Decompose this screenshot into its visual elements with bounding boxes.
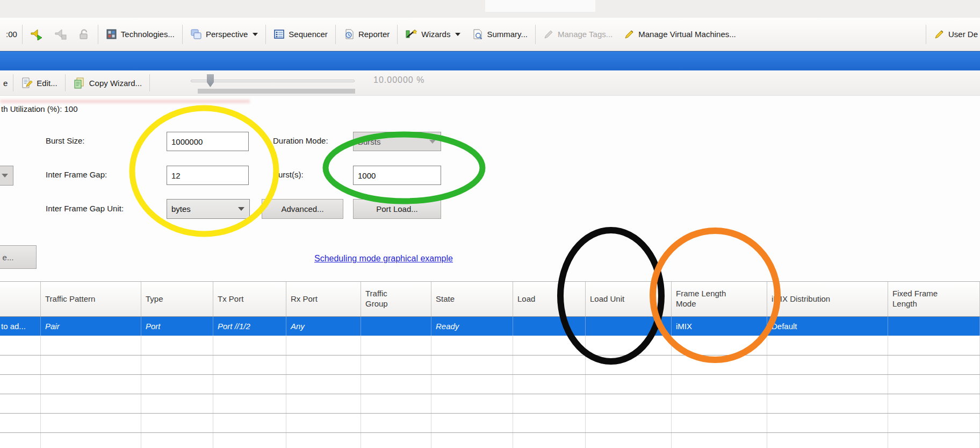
clipped-left-button-label: e... (3, 253, 14, 262)
sequencer-label: Sequencer (289, 30, 328, 39)
burst-size-label: Burst Size: (46, 136, 85, 145)
table-row-empty[interactable] (0, 355, 980, 375)
copy-wizard-icon (73, 77, 85, 89)
pencil-icon (934, 29, 945, 40)
wizards-button[interactable]: Wizards (401, 26, 464, 42)
cell-frame-length-mode[interactable]: iMIX (672, 317, 767, 336)
top-strip-panel (485, 0, 595, 12)
empty-cell (361, 414, 431, 432)
empty-cell (41, 355, 141, 374)
table-header-row: Traffic Pattern Type Tx Port Rx Port Tra… (0, 281, 980, 317)
technologies-icon (106, 29, 117, 40)
edit-button[interactable]: Edit... (17, 74, 61, 91)
column-header-load[interactable]: Load (513, 282, 586, 316)
column-header-rx-port[interactable]: Rx Port (286, 282, 361, 316)
empty-cell (513, 336, 586, 355)
unlock-button[interactable] (75, 26, 94, 43)
empty-cell (361, 355, 431, 374)
ifg-unit-label: Inter Frame Gap Unit: (46, 204, 124, 213)
perspective-icon (190, 29, 202, 40)
ifg-unit-value: bytes (171, 204, 191, 214)
cell-load-unit[interactable] (586, 317, 672, 336)
column-header-imix-distribution[interactable]: iMIX Distribution (767, 282, 888, 316)
cell-fixed-frame-length[interactable] (888, 317, 980, 336)
bursts-label: Burst(s): (273, 170, 304, 179)
clipped-combo[interactable] (0, 166, 13, 186)
user-defined-button[interactable]: User De (930, 26, 978, 42)
port-load-button[interactable]: Port Load... (353, 199, 441, 219)
main-toolbar: :00 Technologies... Perspe (0, 18, 980, 51)
perspective-label: Perspective (206, 30, 248, 39)
advanced-button[interactable]: Advanced... (262, 199, 343, 219)
table-row-empty[interactable] (0, 375, 980, 394)
column-header-frame-length-mode[interactable]: Frame Length Mode (672, 282, 767, 316)
empty-cell (41, 433, 141, 448)
sequencer-button[interactable]: Sequencer (270, 26, 332, 42)
load-percent-value: 10.00000 % (373, 75, 424, 85)
table-empty-rows (0, 336, 980, 448)
table-row-empty[interactable] (0, 336, 980, 355)
port-load-button-label: Port Load... (376, 204, 418, 214)
empty-cell (213, 355, 286, 374)
empty-cell (361, 336, 431, 355)
technologies-button[interactable]: Technologies... (102, 26, 178, 42)
column-header-type[interactable]: Type (141, 282, 213, 316)
announce-button[interactable] (26, 26, 47, 43)
copy-wizard-button[interactable]: Copy Wizard... (69, 74, 146, 91)
duration-mode-select[interactable]: Bursts (353, 132, 441, 151)
cell-type[interactable]: Port (141, 317, 213, 336)
column-header-blank[interactable] (0, 282, 41, 316)
table-row-empty[interactable] (0, 414, 980, 433)
inter-frame-gap-input[interactable] (167, 166, 249, 185)
empty-cell (286, 355, 361, 374)
clipped-warning-text (0, 99, 250, 103)
ifg-unit-select[interactable]: bytes (167, 199, 250, 219)
empty-cell (361, 394, 431, 413)
table-row-selected[interactable]: to ad... Pair Port Port //1/2 Any Ready … (0, 317, 980, 336)
cell-rx-port[interactable]: Any (286, 317, 361, 336)
column-header-fixed-frame-length[interactable]: Fixed Frame Length (888, 282, 980, 316)
traffic-table: Traffic Pattern Type Tx Port Rx Port Tra… (0, 281, 980, 448)
cell-state[interactable]: Ready (431, 317, 513, 336)
column-header-traffic-pattern[interactable]: Traffic Pattern (41, 282, 141, 316)
scheduling-example-link[interactable]: Scheduling mode graphical example (314, 254, 453, 264)
empty-cell (286, 433, 361, 448)
reporter-button[interactable]: Reporter (340, 26, 393, 42)
cell-traffic-pattern[interactable]: Pair (41, 317, 141, 336)
bursts-input[interactable] (353, 166, 441, 185)
empty-cell (767, 336, 888, 355)
manage-virtual-machines-button[interactable]: Manage Virtual Machines... (620, 26, 740, 42)
column-header-traffic-group[interactable]: Traffic Group (361, 282, 431, 316)
column-header-tx-port[interactable]: Tx Port (213, 282, 286, 316)
table-row-empty[interactable] (0, 394, 980, 414)
empty-cell (513, 433, 586, 448)
mute-button[interactable] (51, 26, 71, 43)
selection-banner (0, 51, 980, 70)
cell-tx-port[interactable]: Port //1/2 (213, 317, 286, 336)
empty-cell (767, 394, 888, 413)
clipped-left-button[interactable]: e... (0, 245, 37, 269)
cell-name[interactable]: to ad... (0, 317, 41, 336)
manage-tags-label: Manage Tags... (558, 30, 612, 39)
summary-button[interactable]: Summary... (468, 26, 531, 42)
table-row-empty[interactable] (0, 433, 980, 448)
app-window: { "colors": { "annotation_yellow": "#fce… (0, 0, 980, 448)
empty-cell (0, 414, 41, 432)
empty-cell (586, 336, 672, 355)
toolbar-separator (98, 25, 98, 44)
manage-tags-button[interactable]: Manage Tags... (539, 26, 616, 42)
empty-cell (286, 414, 361, 432)
perspective-button[interactable]: Perspective (186, 26, 262, 42)
sequencer-icon (273, 29, 285, 40)
column-header-state[interactable]: State (431, 282, 513, 316)
load-slider-track[interactable] (191, 80, 355, 82)
cell-load[interactable] (513, 317, 586, 336)
chevron-down-icon (455, 33, 460, 36)
cell-traffic-group[interactable] (361, 317, 431, 336)
burst-size-input[interactable] (167, 132, 249, 151)
empty-cell (672, 375, 767, 394)
empty-cell (361, 433, 431, 448)
column-header-load-unit[interactable]: Load Unit (586, 282, 672, 316)
cell-imix-distribution[interactable]: Default (767, 317, 888, 336)
chevron-down-icon (253, 33, 258, 36)
